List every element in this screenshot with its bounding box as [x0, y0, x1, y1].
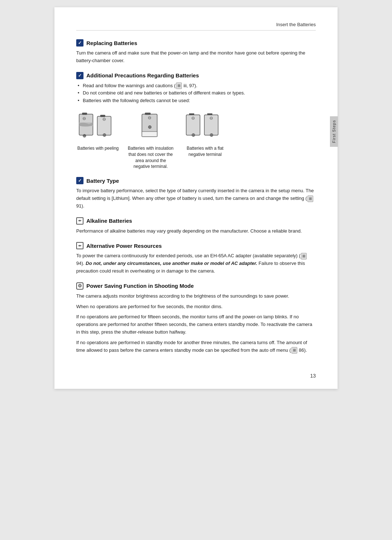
alkaline-heading-text: Alkaline Batteries — [86, 218, 132, 224]
svg-text:⊕: ⊕ — [82, 133, 86, 138]
alkaline-body: Performance of alkaline batteries may va… — [76, 227, 316, 235]
svg-text:⊖: ⊖ — [82, 116, 86, 121]
svg-rect-10 — [142, 132, 157, 137]
additional-heading-text: Additional Precautions Regarding Batteri… — [86, 72, 199, 78]
svg-text:⊕: ⊕ — [191, 132, 195, 138]
ref-icon-1: ⊞ — [176, 82, 182, 89]
section-additional: ✓ Additional Precautions Regarding Batte… — [76, 72, 316, 170]
header-title: Insert the Batteries — [276, 22, 316, 27]
battery-group-peeling: ⊖ ⊕ ⊖ ⊕ Batteries with peeling — [76, 110, 120, 152]
battery-label-insulation: Batteries with insulation that does not … — [127, 145, 174, 170]
alkaline-heading: ✏ Alkaline Batteries — [76, 217, 316, 225]
svg-text:⊕: ⊕ — [209, 132, 213, 138]
svg-text:⊕: ⊕ — [148, 124, 152, 130]
page-header: Insert the Batteries — [76, 22, 316, 31]
svg-rect-9 — [145, 113, 151, 115]
ref-icon-3: ⊞ — [301, 253, 307, 259]
svg-rect-14 — [189, 113, 194, 115]
ref-icon-2: ⊞ — [307, 196, 313, 202]
svg-text:⊕: ⊕ — [102, 132, 106, 138]
checkmark-icon-2: ✓ — [76, 72, 83, 79]
svg-rect-18 — [207, 113, 212, 115]
section-replacing: ✓ Replacing Batteries Turn the camera of… — [76, 39, 316, 65]
replacing-body: Turn the camera off and make sure that t… — [76, 49, 316, 65]
side-tab: First Steps — [330, 116, 338, 147]
additional-heading: ✓ Additional Precautions Regarding Batte… — [76, 72, 316, 79]
section-power-saving: ⚙ Power Saving Function in Shooting Mode… — [76, 282, 316, 354]
battery-type-heading: ✓ Battery Type — [76, 177, 316, 184]
battery-label-flat: Batteries with a flat negative terminal — [181, 145, 229, 158]
additional-bullets: Read and follow the warnings and caution… — [78, 82, 316, 105]
page-number: 13 — [310, 373, 316, 379]
battery-insulation-svg: ⊖ ⊕ — [136, 110, 165, 142]
power-saving-para-2: When no operations are performed for fiv… — [76, 303, 316, 311]
replacing-heading-text: Replacing Batteries — [86, 40, 137, 46]
section-battery-type: ✓ Battery Type To improve battery perfor… — [76, 177, 316, 210]
checkmark-icon: ✓ — [76, 39, 83, 47]
svg-rect-1 — [82, 113, 87, 115]
bullet-3: Batteries with the following defects can… — [78, 97, 316, 105]
battery-peeling-svg: ⊖ ⊕ ⊖ ⊕ — [76, 110, 120, 142]
battery-label-peeling: Batteries with peeling — [77, 145, 119, 152]
power-saving-heading-text: Power Saving Function in Shooting Mode — [86, 283, 194, 289]
svg-text:⊖: ⊖ — [148, 115, 151, 120]
section-alkaline: ✏ Alkaline Batteries Performance of alka… — [76, 217, 316, 235]
bullet-1: Read and follow the warnings and caution… — [78, 82, 316, 90]
power-saving-para-4: If no operations are performed in standb… — [76, 339, 316, 354]
battery-images-row: ⊖ ⊕ ⊖ ⊕ Batteries with peeling ⊖ — [76, 110, 316, 170]
svg-text:⊖: ⊖ — [191, 116, 195, 121]
bullet-2: Do not combine old and new batteries or … — [78, 89, 316, 97]
alternative-heading: ✏ Alternative Power Resources — [76, 242, 316, 249]
camera-icon: ⚙ — [76, 282, 83, 290]
pencil-icon-1: ✏ — [76, 217, 83, 225]
alternative-bold-italic: Do not, under any circumstances, use ano… — [86, 261, 257, 266]
battery-group-flat: ⊖ ⊕ ⊖ ⊕ Batteries with a flat negative t… — [181, 110, 229, 158]
ref-icon-4: ⊞ — [291, 347, 297, 354]
section-alternative: ✏ Alternative Power Resources To power t… — [76, 242, 316, 275]
svg-text:⊖: ⊖ — [209, 116, 213, 121]
svg-text:⊖: ⊖ — [102, 117, 106, 122]
power-saving-heading: ⚙ Power Saving Function in Shooting Mode — [76, 282, 316, 290]
battery-flat-svg: ⊖ ⊕ ⊖ ⊕ — [183, 110, 227, 142]
pencil-icon-2: ✏ — [76, 242, 83, 249]
page: Insert the Batteries First Steps ✓ Repla… — [54, 7, 338, 389]
side-tab-label: First Steps — [332, 120, 336, 143]
battery-group-insulation: ⊖ ⊕ Batteries with insulation that does … — [127, 110, 174, 170]
alternative-body: To power the camera continuously for ext… — [76, 252, 316, 275]
power-saving-para-1: The camera adjusts monitor brightness ac… — [76, 293, 316, 300]
replacing-heading: ✓ Replacing Batteries — [76, 39, 316, 47]
battery-type-body: To improve battery performance, select t… — [76, 187, 316, 210]
checkmark-icon-3: ✓ — [76, 177, 83, 184]
alternative-heading-text: Alternative Power Resources — [86, 243, 162, 249]
battery-type-heading-text: Battery Type — [86, 178, 119, 184]
power-saving-para-3: If no operations are performed for fifte… — [76, 313, 316, 336]
